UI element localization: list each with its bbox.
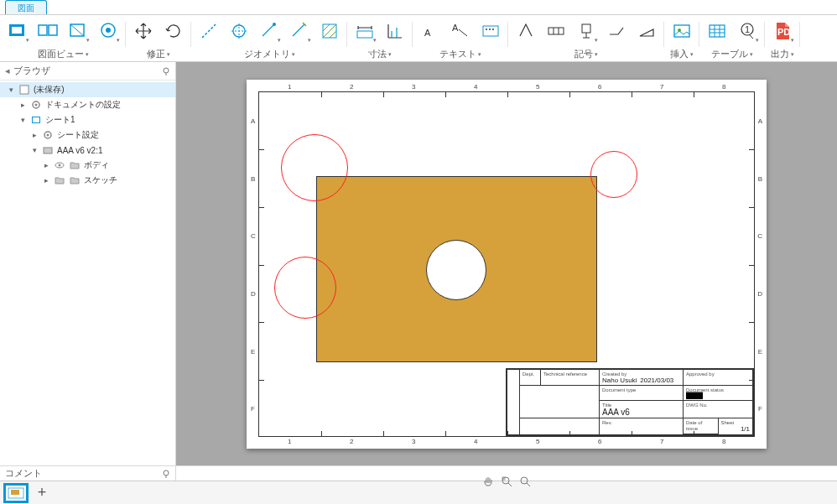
tree-row-3[interactable]: ▸シート設定 xyxy=(0,127,175,143)
canvas[interactable]: 1122334455667788AABBCCDDEEFF Dept. Techn… xyxy=(176,62,837,465)
ruler-row-F: F xyxy=(251,405,255,413)
move-button[interactable] xyxy=(129,17,158,45)
drawing-frame: 1122334455667788AABBCCDDEEFF Dept. Techn… xyxy=(258,91,755,437)
ruler-col-3: 3 xyxy=(412,438,415,445)
expand-icon[interactable]: ▸ xyxy=(42,161,50,169)
ordinate-button[interactable] xyxy=(381,17,409,45)
tree-row-0[interactable]: ▾(未保存) xyxy=(0,82,175,97)
tab-drawing[interactable]: 図面 xyxy=(5,0,47,14)
leader-text-button[interactable]: A xyxy=(446,17,475,45)
ruler-row-A: A xyxy=(758,117,762,125)
balloon-button[interactable]: 1▾ xyxy=(733,17,762,45)
svg-point-16 xyxy=(492,29,494,30)
sketch-line-button[interactable]: ▾ xyxy=(285,17,314,45)
svg-point-25 xyxy=(164,68,169,73)
comment-label[interactable]: コメント xyxy=(5,467,42,480)
group-text: A A テキスト▾ xyxy=(413,17,508,60)
ruler-col-1: 1 xyxy=(288,438,291,445)
feature-ctrl-button[interactable] xyxy=(542,17,570,45)
svg-rect-17 xyxy=(548,28,564,34)
group-symbol: ▾ 記号▾ xyxy=(508,17,664,60)
expand-icon[interactable]: ▾ xyxy=(7,86,15,94)
part-view[interactable] xyxy=(316,176,597,362)
ruler-col-8: 8 xyxy=(722,83,725,91)
svg-rect-21 xyxy=(710,25,725,37)
svg-point-36 xyxy=(164,470,169,475)
ruler-col-4: 4 xyxy=(474,438,477,445)
group-geometry-label: ジオメトリ▾ xyxy=(244,48,295,60)
toolbar: ▾ ▾ ▾ 図面ビュー▾ 修正▾ xyxy=(0,15,837,62)
browser-header: ◂ ブラウザ xyxy=(0,62,175,81)
pan-button[interactable] xyxy=(481,475,496,488)
svg-point-35 xyxy=(59,164,61,167)
tree-label: シート設定 xyxy=(57,129,99,141)
group-modify-label: 修正▾ xyxy=(147,48,170,60)
insert-image-button[interactable] xyxy=(668,17,696,45)
browser-panel: ◂ ブラウザ ▾(未保存)▸ドキュメントの設定▾シート1▸シート設定▾AAA v… xyxy=(0,62,176,465)
browser-tree: ▾(未保存)▸ドキュメントの設定▾シート1▸シート設定▾AAA v6 v2:1▸… xyxy=(0,81,175,465)
ruler-row-A: A xyxy=(251,117,255,125)
zoom-button[interactable] xyxy=(517,475,533,488)
sheet-icon xyxy=(30,114,42,126)
expand-icon[interactable]: ▾ xyxy=(18,116,27,124)
detail-view-button[interactable]: ▾ xyxy=(94,17,122,45)
pin-icon[interactable] xyxy=(162,470,170,478)
ruler-row-C: C xyxy=(251,232,256,240)
nav-tools xyxy=(481,475,533,488)
svg-rect-19 xyxy=(674,25,689,37)
svg-rect-41 xyxy=(11,490,19,495)
folder-icon xyxy=(69,174,81,186)
expand-icon[interactable]: ▸ xyxy=(30,131,39,139)
eye-icon xyxy=(54,159,65,171)
pin-icon[interactable] xyxy=(162,67,170,75)
svg-rect-26 xyxy=(20,86,29,94)
edge-ext-button[interactable]: ▾ xyxy=(255,17,283,45)
table-button[interactable] xyxy=(703,17,731,45)
title-block[interactable]: Dept. Technical reference Created byNaho… xyxy=(506,368,754,436)
text-box-button[interactable] xyxy=(476,17,505,45)
add-sheet-button[interactable]: + xyxy=(34,484,50,501)
weld-button[interactable] xyxy=(602,17,631,45)
tree-row-1[interactable]: ▸ドキュメントの設定 xyxy=(0,97,175,112)
hatch-button[interactable] xyxy=(315,17,344,45)
annotation-circle-3 xyxy=(274,257,336,319)
tree-row-5[interactable]: ▸ボディ xyxy=(0,158,175,173)
section-view-button[interactable]: ▾ xyxy=(64,17,92,45)
tree-row-6[interactable]: ▸スケッチ xyxy=(0,173,175,188)
svg-rect-13 xyxy=(483,26,498,36)
tree-label: ドキュメントの設定 xyxy=(45,99,121,111)
surface-finish-button[interactable] xyxy=(512,17,540,45)
rotate-button[interactable] xyxy=(159,17,188,45)
svg-point-6 xyxy=(106,28,111,33)
output-pdf-button[interactable]: PDF▾ xyxy=(768,17,797,45)
expand-icon[interactable]: ▸ xyxy=(42,176,50,184)
projected-view-button[interactable] xyxy=(34,17,62,45)
ruler-row-D: D xyxy=(757,290,762,298)
group-insert: 挿入▾ xyxy=(664,17,699,60)
tree-label: (未保存) xyxy=(34,84,65,96)
tree-row-2[interactable]: ▾シート1 xyxy=(0,112,175,127)
base-view-button[interactable]: ▾ xyxy=(3,17,32,45)
svg-text:A: A xyxy=(452,23,459,33)
group-table-label: テーブル▾ xyxy=(711,48,753,60)
tree-label: スケッチ xyxy=(84,174,117,186)
text-button[interactable]: A xyxy=(416,17,444,45)
group-table: 1▾ テーブル▾ xyxy=(699,17,765,60)
centermark-button[interactable] xyxy=(225,17,253,45)
sheet-thumb-1[interactable] xyxy=(5,485,27,501)
doc-icon xyxy=(18,84,30,96)
group-symbol-label: 記号▾ xyxy=(574,48,598,60)
dimension-button[interactable]: ▾ xyxy=(351,17,379,45)
ruler-col-8: 8 xyxy=(722,438,725,445)
browser-title: ブラウザ xyxy=(10,65,162,77)
centerline-button[interactable] xyxy=(195,17,223,45)
expand-icon[interactable]: ▸ xyxy=(18,101,27,109)
expand-icon[interactable]: ▾ xyxy=(30,146,39,154)
svg-rect-1 xyxy=(12,27,22,34)
svg-text:A: A xyxy=(424,28,431,38)
zoom-window-button[interactable] xyxy=(499,475,514,488)
taper-button[interactable] xyxy=(632,17,661,45)
svg-rect-18 xyxy=(582,24,590,33)
tree-row-4[interactable]: ▾AAA v6 v2:1 xyxy=(0,143,175,158)
datum-button[interactable]: ▾ xyxy=(572,17,600,45)
